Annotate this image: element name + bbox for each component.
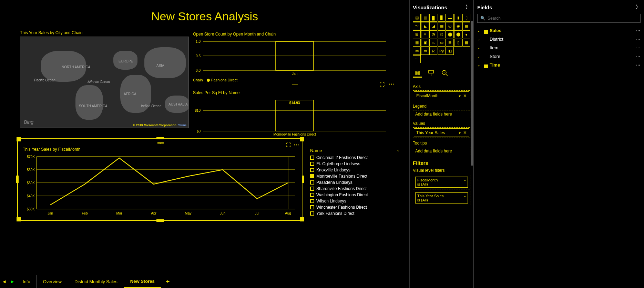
viz-type-button[interactable]: ⬤	[446, 30, 454, 38]
checkbox-icon[interactable]	[310, 162, 314, 166]
field-more-icon[interactable]: ⋯	[636, 46, 641, 50]
collapse-pane-icon[interactable]: 〉	[636, 4, 641, 10]
format-tab-icon[interactable]	[427, 69, 436, 78]
slicer-item[interactable]: Knoxville Lindseys	[310, 167, 400, 173]
chevron-down-icon[interactable]: ⌄	[463, 178, 466, 182]
chevron-down-icon[interactable]: ⌄	[477, 46, 480, 50]
slicer-item[interactable]: Cincinnati 2 Fashions Direct	[310, 155, 400, 161]
line-chart-visual[interactable]: ══ ⛶ ⋯ This Year Sales by FiscalMonth $7…	[17, 138, 303, 221]
viz-type-button[interactable]: ▬	[446, 14, 454, 22]
checkbox-icon[interactable]	[310, 187, 314, 191]
viz-type-button[interactable]: ⊞	[446, 39, 454, 47]
next-page-arrow-icon[interactable]: ▶	[8, 275, 17, 288]
field-table[interactable]: ⌄Sales⋯	[477, 26, 641, 35]
scrollbar-thumb[interactable]	[471, 21, 473, 166]
viz-type-button[interactable]: ◣	[421, 22, 429, 30]
checkbox-icon[interactable]	[310, 211, 314, 216]
chevron-down-icon[interactable]: ⌄	[397, 148, 400, 153]
chevron-down-icon[interactable]: ⌄	[477, 37, 480, 41]
tooltips-well[interactable]: Add data fields here	[413, 147, 470, 155]
fields-tab-icon[interactable]: ▦	[413, 69, 422, 78]
field-table[interactable]: ⌄Item⋯	[477, 43, 641, 52]
chevron-down-icon[interactable]: ⌄	[477, 63, 480, 67]
viz-type-button[interactable]: ⌓	[429, 39, 437, 47]
axis-field-pill[interactable]: FiscalMonth ▼ ✕	[414, 91, 469, 100]
slicer-item[interactable]: Winchester Fashions Direct	[310, 204, 400, 210]
filter-card[interactable]: FiscalMonth is (All) ⌄	[413, 175, 470, 189]
collapse-pane-icon[interactable]: 〉	[466, 4, 470, 10]
viz-type-button[interactable]: ▦	[413, 39, 421, 47]
viz-type-button[interactable]: ▣	[421, 39, 429, 47]
page-tab[interactable]: Info	[17, 275, 37, 288]
prev-page-arrow-icon[interactable]: ◀	[0, 275, 8, 288]
viz-type-button[interactable]: ◢	[429, 22, 437, 30]
chevron-down-icon[interactable]: ⌄	[477, 29, 480, 32]
map-terms-link[interactable]: Terms	[178, 123, 187, 127]
slicer-item[interactable]: Sharonville Fashions Direct	[310, 186, 400, 192]
viz-type-button[interactable]: ⬤	[454, 30, 462, 38]
remove-field-icon[interactable]: ✕	[463, 93, 467, 98]
checkbox-icon[interactable]	[310, 199, 314, 203]
legend-well[interactable]: Add data fields here	[413, 110, 470, 118]
field-more-icon[interactable]: ⋯	[636, 28, 641, 33]
page-tab[interactable]: Overview	[37, 275, 68, 288]
viz-type-button[interactable]: ▦	[462, 22, 470, 30]
field-table[interactable]: ⌄Time⋯	[477, 61, 641, 69]
viz-type-button[interactable]: ▤	[413, 14, 421, 22]
fields-search-input[interactable]: 🔍 Search	[477, 14, 641, 23]
chevron-down-icon[interactable]: ⌄	[477, 54, 480, 58]
chevron-down-icon[interactable]: ▼	[458, 95, 461, 98]
page-tab[interactable]: District Monthly Sales	[68, 275, 124, 288]
checkbox-icon[interactable]	[310, 180, 314, 185]
slicer-item[interactable]: Washington Fashions Direct	[310, 192, 400, 198]
viz-type-button[interactable]: ▊	[438, 14, 446, 22]
viz-type-button[interactable]: ▥	[421, 14, 429, 22]
analytics-tab-icon[interactable]	[440, 69, 449, 78]
filter-card[interactable]: This Year Sales is (All) ⌄	[413, 191, 470, 205]
viz-type-button[interactable]: ▦	[462, 39, 470, 47]
viz-type-button[interactable]: ⌗	[421, 30, 429, 38]
viz-type-button[interactable]: █	[429, 14, 437, 22]
focus-mode-icon[interactable]: ⛶	[380, 82, 385, 87]
viz-type-button[interactable]: ◉	[454, 22, 462, 30]
viz-type-button[interactable]: ▭	[438, 39, 446, 47]
slicer-item[interactable]: Pasadena Lindseys	[310, 179, 400, 186]
field-table[interactable]: ⌄Store⋯	[477, 52, 641, 61]
page-tab[interactable]: New Stores	[124, 275, 161, 288]
viz-type-button[interactable]: ▭	[421, 47, 429, 55]
column-chart-visual[interactable]: Open Store Count by Open Month and Chain…	[193, 32, 396, 87]
checkbox-icon[interactable]	[310, 205, 314, 209]
map-canvas[interactable]: NORTH AMERICA SOUTH AMERICA EUROPE AFRIC…	[20, 37, 189, 128]
viz-type-button[interactable]: Py	[438, 47, 446, 55]
values-field-pill[interactable]: This Year Sales ▼ ✕	[414, 128, 469, 137]
viz-type-button[interactable]: ▮	[454, 14, 462, 22]
viz-type-button[interactable]: ◴	[446, 22, 454, 30]
viz-type-button[interactable]: ▭	[413, 47, 421, 55]
slicer-item[interactable]: York Fashions Direct	[310, 210, 400, 217]
more-viz-icon[interactable]: ⋯	[413, 55, 421, 63]
chevron-down-icon[interactable]: ⌄	[463, 194, 466, 198]
slicer-item[interactable]: Ft. Oglethorpe Lindseys	[310, 161, 400, 167]
bar-chart-visual[interactable]: Sales Per Sq Ft by Name $0 $10 $14.93 Mo…	[193, 90, 396, 137]
viz-type-button[interactable]: ▯	[454, 39, 462, 47]
field-more-icon[interactable]: ⋯	[636, 37, 641, 42]
viz-type-button[interactable]: R	[429, 47, 437, 55]
checkbox-icon[interactable]	[310, 174, 314, 178]
viz-type-button[interactable]: ●	[462, 30, 470, 38]
field-table[interactable]: ⌄District⋯	[477, 35, 641, 43]
viz-type-button[interactable]: ◔	[429, 30, 437, 38]
checkbox-icon[interactable]	[310, 156, 314, 160]
viz-type-button[interactable]: ▯	[462, 14, 470, 22]
field-more-icon[interactable]: ⋯	[636, 63, 641, 68]
checkbox-icon[interactable]	[310, 168, 314, 172]
remove-field-icon[interactable]: ✕	[463, 130, 467, 135]
slicer-item[interactable]: Monroeville Fashions Direct	[310, 173, 400, 179]
add-page-button[interactable]: +	[161, 275, 175, 288]
chevron-down-icon[interactable]: ▼	[458, 131, 461, 135]
slicer-visual[interactable]: Name ⌄ Cincinnati 2 Fashions DirectFt. O…	[310, 147, 400, 217]
viz-type-button[interactable]: ◧	[446, 47, 454, 55]
viz-type-button[interactable]: ▦	[438, 22, 446, 30]
slicer-item[interactable]: Wilson Lindseys	[310, 198, 400, 204]
viz-type-button[interactable]: ◎	[438, 30, 446, 38]
field-more-icon[interactable]: ⋯	[636, 54, 641, 59]
